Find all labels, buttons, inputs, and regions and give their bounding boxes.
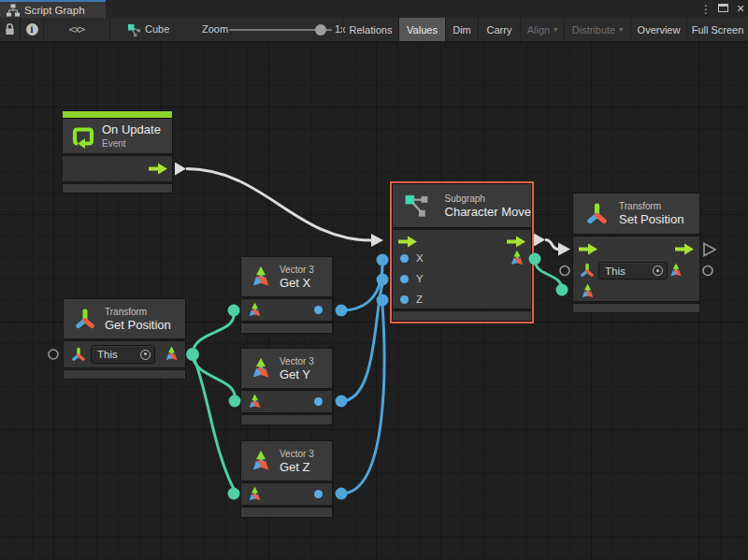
node-header: Transform Get Position [64, 299, 185, 338]
target-object-label[interactable]: Cube [145, 23, 169, 35]
float-output-port[interactable] [314, 397, 323, 406]
inspect-button[interactable]: i [21, 18, 44, 41]
port-x[interactable] [400, 254, 409, 263]
node-category: Transform [105, 306, 171, 318]
node-body [63, 156, 172, 181]
flow-input-port[interactable] [397, 236, 418, 248]
node-get-z[interactable]: Vector 3 Get Z [241, 441, 332, 517]
flow-output-port[interactable] [506, 236, 526, 248]
transform-icon [73, 307, 97, 331]
object-picker-icon[interactable] [653, 266, 663, 276]
node-footer [241, 323, 332, 333]
this-object-field[interactable]: This [598, 262, 668, 280]
object-picker-icon[interactable] [140, 350, 151, 360]
node-header: Vector 3 Get Y [241, 349, 332, 388]
node-title: Get Y [280, 367, 314, 382]
lock-icon [4, 22, 16, 36]
node-get-y[interactable]: Vector 3 Get Y [241, 349, 332, 424]
this-value: This [97, 349, 140, 360]
flow-input-port[interactable] [578, 243, 598, 255]
fullscreen-button[interactable]: Full Screen [686, 18, 748, 41]
node-set-position[interactable]: Transform Set Position This [573, 194, 699, 312]
node-title: Set Position [619, 212, 683, 227]
carry-button[interactable]: Carry [478, 18, 520, 41]
node-subtitle: Event [102, 137, 161, 150]
node-category: Vector 3 [280, 264, 314, 276]
port-y[interactable] [400, 275, 409, 283]
transform-input-port-icon[interactable] [70, 346, 87, 363]
node-body [241, 299, 332, 321]
port-z-label: Z [416, 294, 423, 305]
info-icon: i [26, 23, 38, 36]
node-title: Get X [280, 276, 314, 291]
align-label: Align [527, 24, 550, 36]
code-view-button[interactable]: <x> [44, 18, 110, 41]
subgraph-icon [404, 193, 430, 219]
this-object-field[interactable]: This [91, 345, 155, 364]
flow-output-port[interactable] [674, 243, 695, 255]
port-z[interactable] [400, 295, 409, 304]
node-footer [64, 370, 185, 379]
this-value: This [605, 266, 653, 277]
node-body [241, 391, 332, 412]
vector3-input-port-icon[interactable] [246, 301, 264, 319]
node-title: Get Position [105, 318, 171, 333]
node-get-x[interactable]: Vector 3 Get X [241, 257, 332, 333]
graph-icon [7, 4, 20, 17]
node-title: Get Z [280, 460, 314, 475]
node-category: Vector 3 [280, 448, 314, 460]
lock-button[interactable] [0, 18, 21, 41]
node-title: Character Move [445, 205, 531, 220]
dim-button[interactable]: Dim [445, 18, 478, 41]
node-body [241, 483, 332, 505]
distribute-dropdown: Distribute ▾ [564, 18, 630, 41]
update-loop-icon [70, 123, 96, 150]
chevron-down-icon: ▾ [619, 26, 623, 34]
tab-title: Script Graph [24, 5, 85, 16]
tab-script-graph[interactable]: Script Graph [0, 0, 106, 18]
transform-icon [584, 201, 610, 226]
node-header: Vector 3 Get Z [241, 441, 332, 481]
chevron-down-icon: ▾ [554, 26, 557, 34]
float-output-port[interactable] [314, 306, 323, 314]
maximize-button[interactable] [718, 4, 728, 12]
transform-input-port-icon[interactable] [579, 262, 596, 279]
align-dropdown: Align ▾ [520, 18, 564, 41]
vector3-icon [249, 356, 273, 381]
node-character-move[interactable]: Subgraph Character Move X Y Z [393, 184, 531, 321]
vector3-input-port-icon[interactable] [246, 393, 264, 410]
relations-button[interactable]: Relations [342, 18, 398, 41]
toolbar-buttons: Relations Values Dim Carry Align ▾ Distr… [342, 18, 748, 41]
zoom-slider[interactable] [229, 29, 332, 31]
graph-toolbar: i <x> Cube Zoom 1x Relations Values Dim … [0, 18, 748, 42]
vector3-output-port-icon[interactable] [508, 249, 526, 267]
vector3-port-icon[interactable] [668, 262, 684, 279]
node-body: This [64, 341, 185, 367]
node-footer [573, 304, 699, 312]
zoom-slider-handle[interactable] [315, 24, 326, 36]
node-get-position[interactable]: Transform Get Position This [64, 299, 185, 379]
node-on-update[interactable]: On Update Event [63, 111, 172, 193]
node-body: This [573, 237, 699, 301]
values-button[interactable]: Values [398, 18, 445, 41]
event-color-strip [63, 111, 172, 118]
overview-button[interactable]: Overview [630, 18, 686, 41]
port-x-label: X [416, 252, 424, 264]
node-title: On Update [102, 122, 161, 137]
node-header: Transform Set Position [573, 194, 699, 234]
node-footer [393, 311, 531, 321]
zoom-label: Zoom [202, 23, 228, 35]
node-category: Transform [619, 200, 683, 212]
vector3-output-port-icon[interactable] [163, 345, 180, 363]
close-button[interactable]: ✕ [734, 0, 747, 18]
flow-output-port[interactable] [148, 163, 168, 175]
node-footer [63, 184, 172, 193]
window-menu-button[interactable]: ⋮ [699, 0, 712, 18]
vector3-value-input-port-icon[interactable] [579, 282, 597, 300]
float-output-port[interactable] [314, 490, 323, 498]
vector3-input-port-icon[interactable] [246, 485, 264, 503]
graph-asset-icon [127, 23, 141, 37]
port-y-label: Y [416, 273, 424, 284]
node-category: Subgraph [445, 193, 531, 205]
node-footer [241, 415, 332, 424]
